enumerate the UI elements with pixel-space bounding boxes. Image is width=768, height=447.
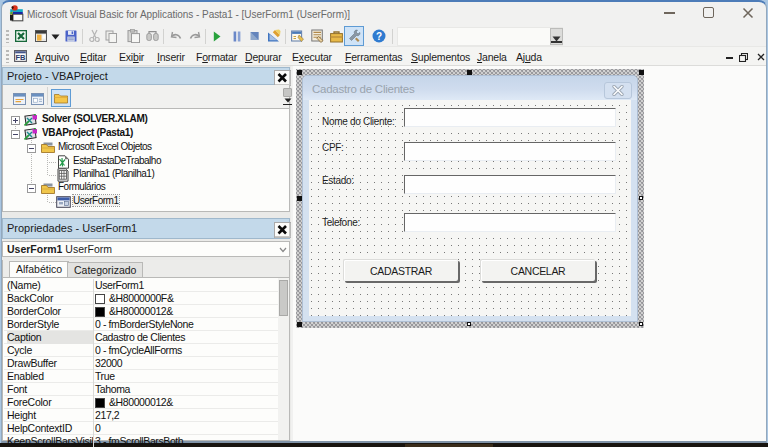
- svg-text:FB: FB: [16, 53, 27, 62]
- svg-text:?: ?: [376, 31, 382, 42]
